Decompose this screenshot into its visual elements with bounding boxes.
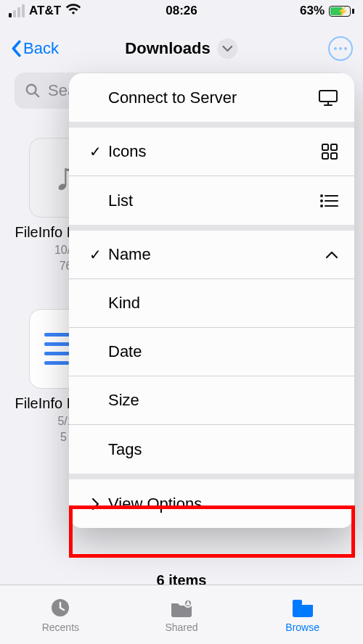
chevron-right-icon <box>85 498 105 511</box>
menu-label: Kind <box>108 294 338 313</box>
menu-label: List <box>108 191 314 210</box>
svg-rect-12 <box>331 153 337 159</box>
tab-recents[interactable]: Recents <box>0 585 121 644</box>
menu-sort-kind[interactable]: Kind <box>69 279 354 328</box>
folder-icon <box>290 597 315 619</box>
tab-bar: Recents Shared Browse <box>0 585 363 644</box>
battery-pct: 63% <box>300 4 325 18</box>
page-title: Downloads <box>125 38 237 59</box>
checkmark-icon: ✓ <box>85 143 105 160</box>
svg-line-1 <box>35 93 39 97</box>
tab-shared[interactable]: Shared <box>121 585 242 644</box>
svg-rect-6 <box>319 91 337 102</box>
ellipsis-icon <box>334 47 347 50</box>
menu-label: Name <box>108 245 314 264</box>
checkmark-icon: ✓ <box>85 246 105 263</box>
tab-label: Browse <box>285 622 319 633</box>
search-icon <box>25 83 41 99</box>
menu-view-options[interactable]: View Options <box>69 479 354 528</box>
svg-point-13 <box>320 194 323 197</box>
svg-rect-9 <box>322 144 328 150</box>
chevron-down-icon <box>223 46 233 52</box>
menu-connect-to-server[interactable]: Connect to Server <box>69 73 354 122</box>
menu-sort-date[interactable]: Date <box>69 328 354 376</box>
title-text: Downloads <box>125 39 210 58</box>
back-button[interactable]: Back <box>10 39 59 58</box>
svg-rect-5 <box>293 600 302 605</box>
wifi-icon <box>65 4 81 19</box>
back-label: Back <box>23 39 59 58</box>
shared-folder-icon <box>169 597 194 619</box>
menu-label: Size <box>108 391 338 410</box>
context-menu: Connect to Server ✓ Icons List ✓ Name Ki… <box>69 73 354 528</box>
clock-icon <box>48 597 73 619</box>
status-bar: AT&T 08:26 63% ⚡ <box>0 0 363 22</box>
list-icon <box>314 194 338 208</box>
grid-icon <box>314 143 338 160</box>
menu-label: Connect to Server <box>108 88 314 107</box>
svg-rect-10 <box>331 144 337 150</box>
chevron-up-icon <box>314 251 338 259</box>
svg-rect-11 <box>322 153 328 159</box>
title-menu-button[interactable] <box>218 38 238 59</box>
menu-label: Tags <box>108 440 338 459</box>
menu-sort-name[interactable]: ✓ Name <box>69 231 354 279</box>
tab-label: Shared <box>165 622 197 633</box>
cell-signal-icon <box>9 4 25 17</box>
menu-view-icons[interactable]: ✓ Icons <box>69 128 354 176</box>
carrier-label: AT&T <box>29 4 61 18</box>
menu-sort-size[interactable]: Size <box>69 376 354 425</box>
nav-bar: Back Downloads <box>0 30 363 67</box>
display-icon <box>314 89 338 107</box>
menu-label: Icons <box>108 142 314 161</box>
menu-view-list[interactable]: List <box>69 176 354 225</box>
chevron-left-icon <box>10 40 22 57</box>
menu-sort-tags[interactable]: Tags <box>69 425 354 474</box>
battery-icon: ⚡ <box>329 6 354 17</box>
menu-label: Date <box>108 342 338 361</box>
more-button[interactable] <box>328 36 353 61</box>
tab-label: Recents <box>42 622 79 633</box>
menu-label: View Options <box>108 495 338 513</box>
tab-browse[interactable]: Browse <box>242 585 363 644</box>
svg-point-17 <box>320 205 323 207</box>
svg-point-15 <box>320 199 323 202</box>
clock: 08:26 <box>166 4 197 18</box>
